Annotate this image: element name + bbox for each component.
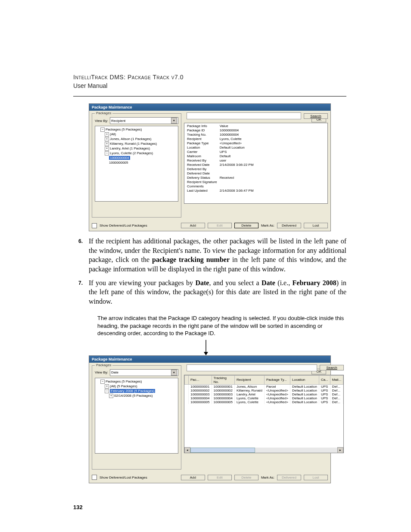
lost-button[interactable]: Lost: [304, 475, 328, 480]
tree-collapse-icon[interactable]: −: [100, 380, 105, 384]
header-rule: [73, 96, 346, 96]
packages-group-label: Packages: [95, 363, 112, 367]
window-titlebar: Package Maintenance: [89, 356, 330, 363]
viewby-label: View By:: [95, 370, 108, 374]
show-delivered-label: Show Delivered/Lost Packages: [100, 476, 147, 479]
figure-package-maintenance-recipient: Package Maintenance OK Packages View By:…: [89, 103, 331, 231]
tree-leaf[interactable]: 1000000004: [109, 156, 177, 160]
markas-label: Mark As:: [261, 224, 274, 227]
grid-col-package-type[interactable]: Package Ty...: [264, 375, 290, 384]
edit-button[interactable]: Edit: [208, 223, 232, 228]
table-row[interactable]: 10000000031000000003Landry, Ariel<Unspec…: [185, 392, 343, 396]
window-titlebar: Package Maintenance: [89, 104, 330, 111]
delete-button[interactable]: Delete: [234, 223, 258, 228]
grid-col-tracking[interactable]: Tracking No.: [212, 375, 235, 384]
lost-button[interactable]: Lost: [304, 223, 328, 228]
package-info-panel: Package InfoValue Package ID1000000004 T…: [184, 123, 328, 204]
tree-expand-icon[interactable]: +: [105, 142, 109, 146]
viewby-value: Date: [111, 370, 118, 374]
viewby-value: Recipient: [111, 119, 125, 123]
add-button[interactable]: Add: [181, 223, 205, 228]
table-row[interactable]: 10000000051000000005Lyons, Colette<Unspe…: [185, 400, 343, 404]
table-row[interactable]: 10000000011000000001Jones, AlisonParcelD…: [185, 384, 343, 389]
add-button[interactable]: Add: [181, 475, 205, 480]
tree-expand-icon[interactable]: +: [109, 394, 113, 398]
step-7: 7. If you are viewing your packages by D…: [73, 278, 346, 306]
svg-marker-1: [204, 352, 208, 355]
tree-expand-icon[interactable]: +: [105, 146, 109, 151]
chevron-down-icon: ▾: [171, 118, 177, 124]
tree-expand-icon[interactable]: +: [105, 137, 109, 141]
tree-collapse-icon[interactable]: −: [105, 389, 109, 393]
markas-label: Mark As:: [261, 476, 274, 479]
grid-col-mailroom[interactable]: Mail...: [330, 375, 343, 384]
manual-label: User Manual: [73, 82, 346, 90]
package-tree[interactable]: −Packages (5 Packages) +(All) +Jones, Al…: [95, 126, 178, 202]
table-row[interactable]: 10000000041000000004Lyons, Colette<Unspe…: [185, 396, 343, 400]
delivered-button[interactable]: Delivered: [277, 223, 301, 228]
step-6: 6. If the recipient has additional packa…: [73, 236, 346, 274]
horizontal-scrollbar[interactable]: ◂ ▸: [184, 448, 343, 453]
table-row[interactable]: 10000000021000000002Killarney, Ronald<Un…: [185, 389, 343, 392]
grid-col-carrier[interactable]: Ca...: [319, 375, 330, 384]
packages-group-label: Packages: [95, 111, 112, 115]
grid-col-recipient[interactable]: Recipient: [235, 375, 265, 384]
package-grid[interactable]: Pac... Tracking No. Recipient Package Ty…: [184, 375, 344, 453]
step-number: 7.: [73, 278, 83, 306]
step-number: 6.: [73, 236, 83, 274]
show-delivered-checkbox[interactable]: [92, 475, 97, 480]
tree-expand-icon[interactable]: +: [105, 384, 109, 389]
search-input[interactable]: [187, 112, 301, 119]
figure-package-maintenance-date: Package Maintenance OK Packages View By:…: [89, 355, 331, 483]
grid-col-selector[interactable]: [185, 375, 189, 384]
viewby-select[interactable]: Date ▾: [110, 369, 178, 376]
delivered-button[interactable]: Delivered: [277, 475, 301, 480]
show-delivered-checkbox[interactable]: [92, 223, 97, 228]
search-button[interactable]: Search: [320, 365, 344, 370]
scroll-left-icon[interactable]: ◂: [184, 447, 190, 453]
package-tree[interactable]: −Packages (5 Packages) +(All) (5 Package…: [95, 378, 178, 454]
tree-expand-icon[interactable]: +: [105, 132, 109, 137]
tree-leaf[interactable]: 1000000005: [109, 160, 177, 165]
delete-button[interactable]: Delete: [234, 475, 258, 480]
callout-arrow-icon: [202, 340, 346, 355]
tree-collapse-icon[interactable]: −: [105, 151, 109, 156]
edit-button[interactable]: Edit: [208, 475, 232, 480]
grid-col-package-id[interactable]: Pac...: [189, 375, 212, 384]
viewby-select[interactable]: Recipient ▾: [110, 117, 178, 124]
grid-col-location[interactable]: Location: [290, 375, 319, 384]
search-input[interactable]: [187, 364, 317, 371]
scroll-thumb[interactable]: [190, 448, 255, 453]
show-delivered-label: Show Delivered/Lost Packages: [100, 224, 147, 227]
search-button[interactable]: Search: [304, 113, 328, 119]
running-header: IntelliTrack DMS: Package Track v7.0 Use…: [73, 73, 346, 90]
chevron-down-icon: ▾: [171, 370, 177, 376]
scroll-right-icon[interactable]: ▸: [337, 447, 343, 453]
tree-collapse-icon[interactable]: −: [100, 128, 105, 132]
viewby-label: View By:: [95, 119, 108, 123]
callout-text: The arrow indicates that the Package ID …: [97, 314, 346, 337]
product-title: IntelliTrack DMS: Package Track v7.0: [73, 73, 346, 82]
page-number: 132: [73, 504, 83, 510]
